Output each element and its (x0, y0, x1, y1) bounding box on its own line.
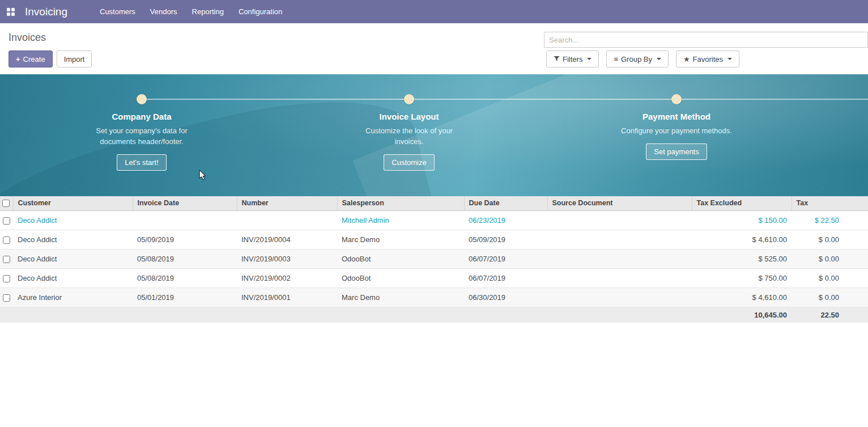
row-checkbox[interactable] (3, 236, 10, 244)
column-header-source-document[interactable]: Source Document (547, 196, 692, 210)
cell-customer: Deco Addict (13, 210, 133, 230)
cell-salesperson: OdooBot (337, 249, 464, 268)
cell-number: INV/2019/0001 (237, 288, 337, 307)
row-checkbox[interactable] (3, 275, 10, 282)
lets-start-button[interactable]: Let's start! (117, 154, 167, 171)
caret-down-icon (657, 58, 661, 60)
invoice-table: Customer Invoice Date Number Salesperson… (0, 196, 868, 323)
step-title: Invoice Layout (324, 112, 494, 121)
cell-number: INV/2019/0003 (237, 249, 337, 268)
cell-source-document (547, 249, 692, 268)
invoice-row[interactable]: Deco Addict 05/09/2019 INV/2019/0004 Mar… (0, 230, 868, 249)
cell-due-date: 06/23/2019 (464, 210, 547, 230)
cell-invoice-date: 05/09/2019 (133, 230, 237, 249)
column-header-invoice-date[interactable]: Invoice Date (133, 196, 237, 210)
step-title: Company Data (57, 112, 227, 121)
cell-invoice-date: 05/08/2019 (133, 249, 237, 268)
cell-due-date: 06/07/2019 (464, 249, 547, 268)
set-payments-button[interactable]: Set payments (646, 143, 707, 160)
cell-salesperson: Marc Demo (337, 230, 464, 249)
cell-tax: $ 0.00 (792, 249, 868, 268)
main-menu: Customers Vendors Reporting Configuratio… (92, 0, 290, 23)
cell-tax: $ 0.00 (792, 288, 868, 307)
cell-due-date: 06/07/2019 (464, 268, 547, 288)
cell-salesperson: Mitchell Admin (337, 210, 464, 230)
onboarding-step-company-data: Company Data Set your company's data for… (57, 112, 227, 171)
favorites-button[interactable]: ★ Favorites (676, 50, 739, 67)
search-input[interactable] (544, 32, 868, 48)
invoice-row[interactable]: Deco Addict 05/08/2019 INV/2019/0002 Odo… (0, 268, 868, 288)
action-buttons: + Create Import (8, 50, 92, 67)
create-button-label: Create (23, 55, 45, 64)
column-header-salesperson[interactable]: Salesperson (337, 196, 464, 210)
column-header-tax-excluded[interactable]: Tax Excluded (692, 196, 792, 210)
step-dot-payment-method (671, 94, 682, 104)
cell-tax-excluded: $ 4,610.00 (692, 288, 792, 307)
step-description: Configure your payment methods. (606, 125, 747, 136)
totals-spacer (0, 307, 692, 323)
nav-item-reporting[interactable]: Reporting (185, 0, 231, 23)
cell-tax-excluded: $ 4,610.00 (692, 230, 792, 249)
select-all-checkbox[interactable] (2, 200, 10, 207)
cell-tax-excluded: $ 150.00 (692, 210, 792, 230)
invoice-row[interactable]: Azure Interior 05/01/2019 INV/2019/0001 … (0, 288, 868, 307)
column-header-due-date[interactable]: Due Date (464, 196, 547, 210)
step-dot-company-data (137, 94, 147, 104)
row-checkbox[interactable] (3, 217, 10, 225)
cell-salesperson: Marc Demo (337, 288, 464, 307)
filters-label: Filters (563, 55, 582, 64)
column-header-number[interactable]: Number (237, 196, 337, 210)
top-navbar: Invoicing Customers Vendors Reporting Co… (0, 0, 868, 23)
customize-button[interactable]: Customize (384, 154, 434, 171)
cell-tax: $ 0.00 (792, 268, 868, 288)
cell-customer: Deco Addict (13, 268, 133, 288)
total-tax-excluded: 10,645.00 (692, 307, 792, 323)
column-header-customer[interactable]: Customer (13, 196, 133, 210)
apps-menu-button[interactable] (0, 0, 22, 23)
cell-number (237, 210, 337, 230)
invoice-row[interactable]: Deco Addict Mitchell Admin 06/23/2019 $ … (0, 210, 868, 230)
star-icon: ★ (683, 56, 690, 63)
cell-tax-excluded: $ 525.00 (692, 249, 792, 268)
caret-down-icon (727, 58, 732, 60)
cell-tax: $ 22.50 (792, 210, 868, 230)
mouse-cursor (199, 170, 207, 181)
cell-due-date: 06/30/2019 (464, 288, 547, 307)
cell-customer: Deco Addict (13, 230, 133, 249)
progress-line (142, 99, 868, 100)
onboarding-step-payment-method: Payment Method Configure your payment me… (592, 112, 761, 160)
invoice-row[interactable]: Deco Addict 05/08/2019 INV/2019/0003 Odo… (0, 249, 868, 268)
column-header-tax[interactable]: Tax (792, 196, 868, 210)
step-title: Payment Method (592, 112, 761, 121)
cell-tax-excluded: $ 750.00 (692, 268, 792, 288)
table-header-row: Customer Invoice Date Number Salesperson… (0, 196, 868, 210)
step-description: Set your company's data for documents he… (82, 125, 201, 147)
cell-source-document (547, 210, 692, 230)
nav-item-configuration[interactable]: Configuration (231, 0, 290, 23)
row-select-cell (0, 230, 13, 249)
group-by-button[interactable]: ≡ Group By (606, 50, 669, 67)
filters-button[interactable]: Filters (546, 50, 599, 67)
total-tax: 22.50 (792, 307, 868, 323)
row-checkbox[interactable] (3, 256, 10, 263)
cell-source-document (547, 230, 692, 249)
onboarding-step-invoice-layout: Invoice Layout Customize the look of you… (324, 112, 494, 171)
group-by-label: Group By (621, 55, 652, 64)
onboarding-banner: Company Data Set your company's data for… (0, 74, 868, 196)
row-checkbox[interactable] (3, 294, 10, 302)
row-select-cell (0, 210, 13, 230)
nav-item-vendors[interactable]: Vendors (143, 0, 185, 23)
create-button[interactable]: + Create (8, 50, 53, 67)
nav-item-customers[interactable]: Customers (92, 0, 143, 23)
list-icon: ≡ (614, 56, 618, 63)
cell-number: INV/2019/0002 (237, 268, 337, 288)
row-select-cell (0, 249, 13, 268)
cell-customer: Azure Interior (13, 288, 133, 307)
app-name[interactable]: Invoicing (25, 6, 67, 18)
step-description: Customize the look of your invoices. (355, 125, 463, 147)
filter-icon (554, 55, 560, 64)
row-select-cell (0, 268, 13, 288)
cell-number: INV/2019/0004 (237, 230, 337, 249)
import-button[interactable]: Import (57, 50, 92, 67)
page-title: Invoices (8, 32, 46, 44)
